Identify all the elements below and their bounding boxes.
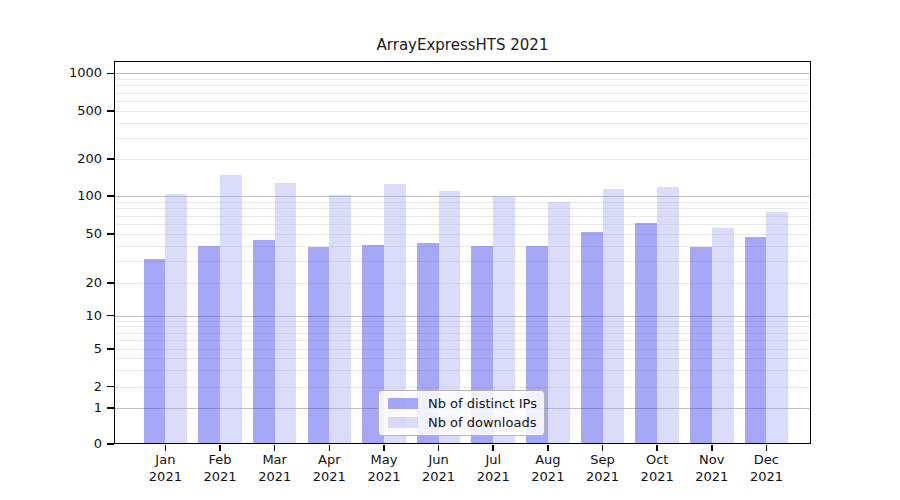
x-tick-3	[329, 445, 331, 451]
bar-distinct-ips-feb-2021	[198, 246, 220, 444]
bar-distinct-ips-mar-2021	[253, 240, 275, 444]
y-tick-20	[107, 282, 114, 284]
bar-downloads-apr-2021	[329, 195, 351, 444]
y-tick-500	[107, 110, 114, 112]
legend: Nb of distinct IPs Nb of downloads	[378, 390, 545, 436]
legend-label-downloads: Nb of downloads	[428, 415, 536, 430]
x-tick-4	[383, 445, 385, 451]
legend-swatch-downloads	[388, 417, 418, 428]
x-tick-label-line: 2021	[734, 468, 798, 485]
y-tick-label-200: 200	[0, 151, 102, 167]
y-tick-label-500: 500	[0, 103, 102, 119]
legend-swatch-distinct-ips	[388, 398, 418, 409]
bar-downloads-feb-2021	[220, 175, 242, 444]
y-tick-label-100: 100	[0, 188, 102, 204]
y-tick-200	[107, 158, 114, 160]
x-tick-label-11: Dec2021	[734, 451, 798, 485]
x-tick-2	[274, 445, 276, 451]
legend-item-downloads: Nb of downloads	[379, 415, 544, 430]
bar-downloads-sep-2021	[603, 189, 625, 444]
y-tick-label-1000: 1000	[0, 65, 102, 81]
bar-distinct-ips-dec-2021	[745, 237, 767, 444]
bar-distinct-ips-sep-2021	[581, 232, 603, 444]
x-tick-6	[492, 445, 494, 451]
x-tick-10	[711, 445, 713, 451]
chart-canvas: ArrayExpressHTS 2021 Nb of distinct IPs …	[0, 0, 900, 500]
x-tick-0	[165, 445, 167, 451]
bar-downloads-jan-2021	[165, 194, 187, 444]
y-tick-label-0: 0	[0, 436, 102, 452]
y-tick-1	[107, 407, 114, 409]
y-tick-label-2: 2	[0, 379, 102, 395]
bar-downloads-aug-2021	[548, 202, 570, 444]
x-tick-1	[219, 445, 221, 451]
y-tick-label-50: 50	[0, 226, 102, 242]
bar-distinct-ips-nov-2021	[690, 247, 712, 444]
plot-area: Nb of distinct IPs Nb of downloads	[114, 61, 811, 444]
y-tick-50	[107, 233, 114, 235]
x-tick-11	[766, 445, 768, 451]
bar-downloads-mar-2021	[275, 183, 297, 444]
bars-layer	[114, 61, 811, 444]
y-tick-label-5: 5	[0, 341, 102, 357]
x-tick-5	[438, 445, 440, 451]
y-tick-1000	[107, 73, 114, 75]
x-tick-9	[656, 445, 658, 451]
y-tick-label-20: 20	[0, 275, 102, 291]
bar-downloads-dec-2021	[766, 212, 788, 444]
y-tick-0	[107, 443, 114, 445]
bar-distinct-ips-jan-2021	[144, 259, 166, 444]
y-tick-5	[107, 348, 114, 350]
bar-distinct-ips-apr-2021	[308, 247, 330, 444]
y-tick-2	[107, 386, 114, 388]
x-tick-7	[547, 445, 549, 451]
y-tick-100	[107, 195, 114, 197]
bar-distinct-ips-oct-2021	[635, 223, 657, 444]
x-tick-label-line: Dec	[734, 451, 798, 468]
chart-title: ArrayExpressHTS 2021	[114, 36, 811, 54]
y-tick-label-10: 10	[0, 308, 102, 324]
bar-downloads-nov-2021	[712, 228, 734, 444]
legend-item-distinct-ips: Nb of distinct IPs	[379, 396, 544, 411]
y-tick-10	[107, 315, 114, 317]
bar-downloads-oct-2021	[657, 187, 679, 444]
x-tick-8	[602, 445, 604, 451]
y-tick-label-1: 1	[0, 400, 102, 416]
legend-label-distinct-ips: Nb of distinct IPs	[428, 396, 537, 411]
